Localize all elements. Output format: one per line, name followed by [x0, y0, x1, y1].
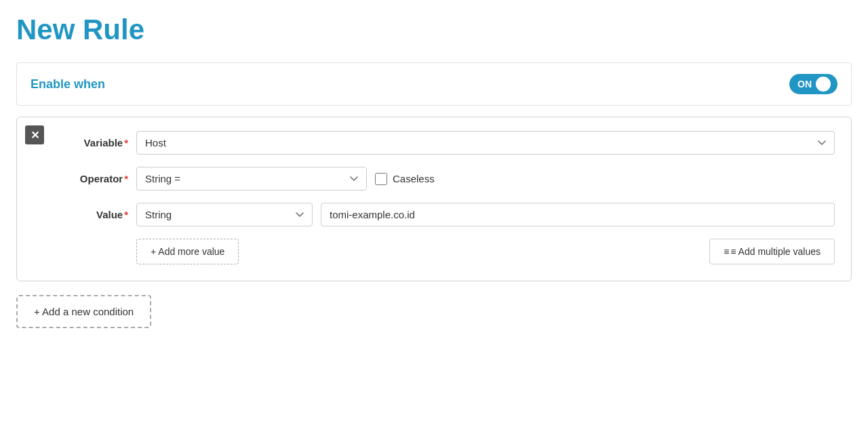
- close-button[interactable]: ✕: [25, 125, 44, 144]
- toggle-label: ON: [797, 79, 812, 89]
- value-row: Value* String Integer Boolean Regex: [67, 203, 835, 226]
- actions-row: + Add more value ≡ ≡ Add multiple values: [136, 239, 835, 264]
- operator-row: Operator* String = String != String cont…: [67, 167, 835, 191]
- toggle-wrap[interactable]: ON: [789, 74, 837, 94]
- value-input[interactable]: [321, 203, 835, 226]
- add-more-value-button[interactable]: + Add more value: [136, 239, 239, 264]
- variable-row: Variable* Host Path Query String Header …: [67, 131, 835, 155]
- value-inputs: String Integer Boolean Regex: [136, 203, 835, 226]
- variable-label: Variable*: [67, 137, 128, 148]
- required-star: *: [124, 137, 128, 148]
- enable-when-label: Enable when: [31, 77, 105, 92]
- toggle-circle: [816, 77, 831, 92]
- value-label: Value*: [67, 209, 128, 220]
- operator-label: Operator*: [67, 173, 128, 184]
- value-type-select[interactable]: String Integer Boolean Regex: [136, 203, 313, 226]
- condition-inner: Variable* Host Path Query String Header …: [67, 131, 835, 264]
- condition-card: ✕ Variable* Host Path Query String Heade…: [16, 117, 852, 281]
- add-multiple-values-button[interactable]: ≡ ≡ Add multiple values: [709, 239, 835, 264]
- toggle-switch[interactable]: ON: [789, 74, 837, 94]
- add-multiple-label: ≡ Add multiple values: [730, 246, 821, 257]
- required-star-value: *: [124, 209, 128, 220]
- variable-select[interactable]: Host Path Query String Header Method: [136, 131, 835, 155]
- add-condition-button[interactable]: + Add a new condition: [16, 295, 151, 328]
- operator-select[interactable]: String = String != String contains Regex: [136, 167, 367, 191]
- list-icon: ≡: [724, 246, 729, 257]
- caseless-wrap: Caseless: [375, 173, 435, 185]
- required-star-operator: *: [124, 173, 128, 184]
- enable-when-bar: Enable when ON: [16, 62, 852, 106]
- caseless-checkbox[interactable]: [375, 173, 387, 185]
- caseless-label: Caseless: [393, 173, 435, 184]
- page-title: New Rule: [16, 14, 852, 46]
